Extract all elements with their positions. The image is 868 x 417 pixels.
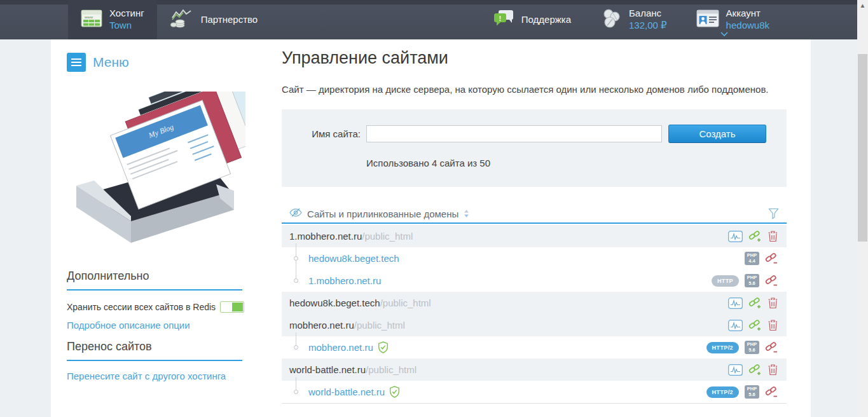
site-statistics-button[interactable] — [728, 320, 743, 331]
link-domain-button[interactable] — [748, 318, 762, 332]
php-version-badge[interactable]: PHP5.6 — [745, 385, 759, 399]
sites-table-rows: 1.mobhero.net.ru/public_html — [282, 225, 787, 404]
site-transfer-link[interactable]: Перенесите сайт с другого хостинга — [67, 371, 226, 381]
nav-hosting-sublabel: Town — [109, 20, 144, 32]
menu-toggle[interactable]: Меню — [67, 53, 129, 72]
delete-site-button[interactable] — [768, 230, 778, 242]
scrollbar-thumb[interactable] — [858, 54, 867, 242]
nav-support-label: Поддержка — [521, 14, 571, 26]
site-directory-name: mobhero.net.ru — [289, 320, 354, 331]
site-statistics-button[interactable] — [728, 231, 743, 242]
page-description: Сайт — директория на диске сервера, на к… — [282, 84, 769, 95]
account-username: hedowu8k — [726, 20, 769, 32]
php-version-badge[interactable]: PHP5.6 — [745, 274, 759, 287]
create-site-button[interactable]: Создать — [668, 125, 766, 143]
nav-account[interactable]: Аккаунт hedowu8k — [684, 0, 782, 39]
sites-illustration: My Blog — [67, 92, 245, 247]
filter-funnel-icon[interactable] — [768, 208, 779, 219]
nav-balance[interactable]: Баланс 132,00 ₽ — [588, 0, 680, 39]
php-version-badge[interactable]: PHP5.6 — [745, 341, 759, 354]
nav-balance-label: Баланс — [629, 8, 667, 20]
nav-account-label: Аккаунт — [726, 8, 769, 20]
link-domain-button[interactable] — [748, 363, 762, 376]
svg-text:www: www — [84, 15, 93, 19]
menu-label[interactable]: Меню — [93, 55, 129, 70]
ssl-shield-icon — [378, 341, 389, 353]
account-icon — [696, 10, 719, 30]
hosting-icon: www — [81, 10, 102, 30]
table-row-site: 1.mobhero.net.ru/public_html — [282, 225, 787, 247]
redis-option-label: Хранить сессии всех сайтов в Redis — [67, 302, 216, 312]
nav-hosting[interactable]: www Хостинг Town — [68, 0, 157, 39]
domain-link[interactable]: 1.mobhero.net.ru — [308, 275, 381, 286]
balance-icon — [600, 8, 622, 31]
table-row-site: world-battle.net.ru/public_html — [282, 359, 787, 381]
http-protocol-badge: HTTP/2 — [706, 386, 739, 398]
http-protocol-badge: HTTP — [712, 275, 739, 287]
eye-off-icon[interactable] — [289, 208, 302, 219]
site-directory-path: /public_html — [362, 231, 413, 242]
table-row-domain: hedowu8k.beget.tech PHP4.4 — [282, 247, 787, 270]
sites-table-header: Сайты и прилинкованные домены — [282, 205, 787, 224]
http-protocol-badge: HTTP/2 — [706, 342, 739, 353]
balance-value: 132,00 ₽ — [629, 20, 667, 32]
table-row-domain: mobhero.net.ru HTTP/2 PHP5.6 — [282, 336, 787, 359]
svg-text:!: ! — [499, 15, 501, 22]
nav-hosting-label: Хостинг — [109, 8, 144, 20]
delete-site-button[interactable] — [768, 297, 778, 309]
domain-link[interactable]: hedowu8k.beget.tech — [308, 253, 399, 264]
redis-toggle[interactable] — [220, 301, 244, 313]
table-row-site: hedowu8k.beget.tech/public_html — [282, 292, 787, 314]
unlink-domain-button[interactable] — [765, 274, 778, 287]
site-directory-path: /public_html — [354, 320, 405, 331]
table-header-title: Сайты и прилинкованные домены — [307, 208, 458, 219]
site-statistics-button[interactable] — [728, 364, 743, 376]
site-directory-name: hedowu8k.beget.tech — [289, 297, 380, 308]
link-domain-button[interactable] — [748, 229, 762, 243]
delete-site-button[interactable] — [768, 319, 778, 331]
redis-details-link[interactable]: Подробное описание опции — [67, 320, 190, 331]
content-card: Меню My Blog — [51, 39, 811, 417]
topbar: www Хостинг Town — [0, 0, 857, 39]
domain-link[interactable]: world-battle.net.ru — [308, 386, 385, 397]
domain-link[interactable]: mobhero.net.ru — [308, 342, 373, 353]
nav-partnership-label: Партнерство — [201, 14, 258, 26]
chevron-down-icon[interactable] — [720, 27, 728, 39]
link-domain-button[interactable] — [748, 296, 762, 310]
page-title: Управление сайтами — [282, 48, 448, 68]
unlink-domain-button[interactable] — [765, 385, 778, 399]
sort-toggle-icon[interactable] — [464, 209, 469, 218]
scrollbar[interactable]: ▲ — [857, 0, 868, 417]
scrollbar-up-arrow[interactable]: ▲ — [857, 0, 868, 11]
site-directory-path: /public_html — [366, 364, 417, 375]
unlink-domain-button[interactable] — [765, 252, 778, 265]
section-title-extra: Дополнительно — [67, 270, 242, 291]
unlink-domain-button[interactable] — [765, 341, 778, 354]
site-statistics-button[interactable] — [728, 297, 743, 309]
site-name-label: Имя сайта: — [282, 128, 366, 139]
nav-support[interactable]: ! Поддержка — [480, 0, 584, 39]
partnership-icon — [170, 8, 194, 31]
site-directory-name: 1.mobhero.net.ru — [289, 231, 362, 242]
php-version-badge[interactable]: PHP4.4 — [745, 252, 759, 265]
table-row-site: mobhero.net.ru/public_html — [282, 314, 787, 336]
table-row-domain: world-battle.net.ru HTTP/2 PHP5.6 — [282, 381, 787, 403]
section-title-transfer: Перенос сайтов — [67, 340, 242, 361]
sites-usage-text: Использовано 4 сайта из 50 — [366, 158, 490, 168]
site-directory-path: /public_html — [380, 297, 431, 308]
support-icon: ! — [493, 9, 514, 31]
delete-site-button[interactable] — [768, 364, 778, 376]
create-site-panel: Имя сайта: Создать Использовано 4 сайта … — [282, 109, 787, 187]
hamburger-icon[interactable] — [67, 53, 86, 72]
ssl-shield-icon — [389, 386, 400, 398]
site-name-input[interactable] — [366, 125, 662, 142]
site-directory-name: world-battle.net.ru — [289, 364, 366, 375]
nav-partnership[interactable]: Партнерство — [157, 0, 271, 39]
table-row-domain: 1.mobhero.net.ru HTTP PHP5.6 — [282, 270, 787, 292]
